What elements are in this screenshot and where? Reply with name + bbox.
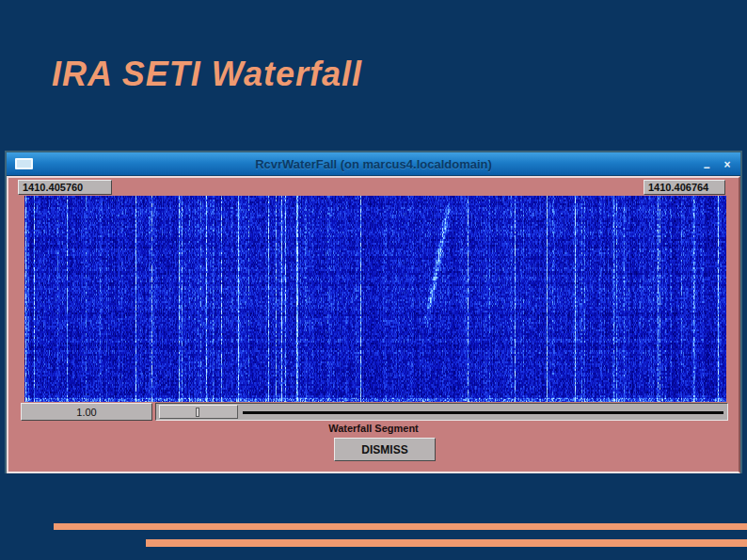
slide-title: IRA SETI Waterfall: [52, 55, 362, 94]
accent-bar-top: [54, 523, 747, 530]
scale-value-box: 1.00: [21, 403, 152, 421]
accent-bar-bottom: [146, 539, 747, 547]
dismiss-button[interactable]: DISMISS: [334, 438, 436, 461]
segment-label: Waterfall Segment: [8, 423, 739, 434]
window-body: 1410.405760 1410.406764 1.00 Waterfall S…: [7, 176, 740, 473]
waterfall-display: [24, 196, 726, 402]
segment-slider-track[interactable]: [155, 403, 728, 421]
waterfall-canvas: [24, 196, 726, 402]
freq-start-label: 1410.405760: [18, 180, 112, 195]
window-icon: [15, 158, 33, 169]
window-controls: − ×: [699, 152, 735, 176]
window-titlebar[interactable]: RcvrWaterFall (on marcus4.localdomain) −…: [7, 152, 740, 176]
slide: { "slide": { "title": "IRA SETI Waterfal…: [0, 0, 747, 560]
close-button[interactable]: ×: [720, 157, 735, 172]
segment-slider-thumb[interactable]: [159, 405, 238, 419]
rcvr-waterfall-window: RcvrWaterFall (on marcus4.localdomain) −…: [5, 151, 742, 473]
minimize-button[interactable]: −: [699, 157, 714, 172]
window-title: RcvrWaterFall (on marcus4.localdomain): [255, 157, 492, 171]
freq-end-label: 1410.406764: [644, 180, 725, 195]
slider-line: [243, 411, 723, 414]
slider-grip-icon: [196, 408, 199, 417]
